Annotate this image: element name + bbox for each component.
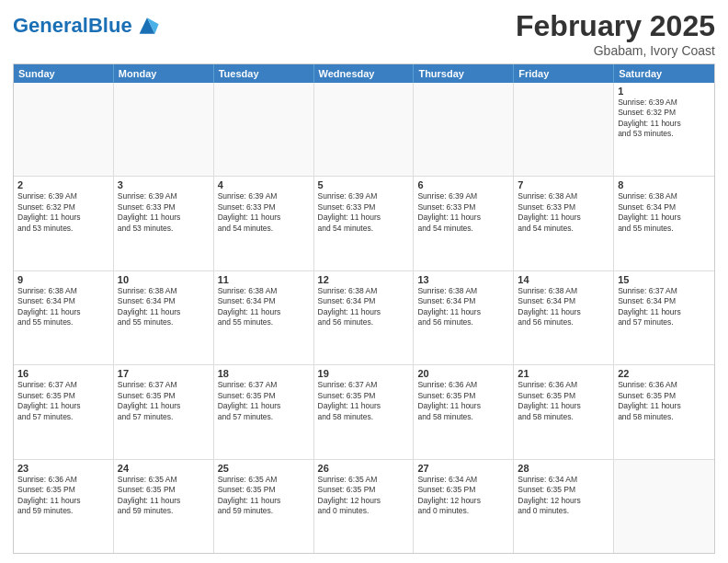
day-info: Sunrise: 6:38 AM Sunset: 6:34 PM Dayligh… bbox=[318, 286, 410, 328]
day-info: Sunrise: 6:35 AM Sunset: 6:35 PM Dayligh… bbox=[118, 475, 210, 517]
calendar-row: 9Sunrise: 6:38 AM Sunset: 6:34 PM Daylig… bbox=[14, 271, 714, 365]
calendar-cell bbox=[314, 83, 415, 176]
header-sunday: Sunday bbox=[14, 64, 114, 83]
day-number: 4 bbox=[218, 179, 310, 190]
day-info: Sunrise: 6:38 AM Sunset: 6:34 PM Dayligh… bbox=[218, 286, 310, 328]
day-number: 24 bbox=[118, 463, 210, 474]
header-thursday: Thursday bbox=[414, 64, 514, 83]
day-number: 16 bbox=[17, 368, 109, 379]
day-info: Sunrise: 6:36 AM Sunset: 6:35 PM Dayligh… bbox=[618, 380, 711, 422]
calendar-cell: 23Sunrise: 6:36 AM Sunset: 6:35 PM Dayli… bbox=[14, 460, 114, 553]
day-number: 19 bbox=[318, 368, 410, 379]
day-info: Sunrise: 6:38 AM Sunset: 6:34 PM Dayligh… bbox=[618, 191, 711, 234]
day-number: 2 bbox=[17, 179, 109, 190]
calendar-cell: 27Sunrise: 6:34 AM Sunset: 6:35 PM Dayli… bbox=[414, 460, 514, 553]
day-number: 6 bbox=[417, 179, 509, 190]
day-info: Sunrise: 6:37 AM Sunset: 6:35 PM Dayligh… bbox=[218, 380, 310, 422]
calendar-cell bbox=[414, 83, 514, 176]
day-info: Sunrise: 6:34 AM Sunset: 6:35 PM Dayligh… bbox=[518, 475, 609, 517]
calendar-cell: 7Sunrise: 6:38 AM Sunset: 6:33 PM Daylig… bbox=[514, 177, 614, 270]
calendar-cell: 21Sunrise: 6:36 AM Sunset: 6:35 PM Dayli… bbox=[514, 365, 614, 458]
day-info: Sunrise: 6:39 AM Sunset: 6:33 PM Dayligh… bbox=[118, 191, 210, 234]
calendar-cell: 3Sunrise: 6:39 AM Sunset: 6:33 PM Daylig… bbox=[114, 177, 214, 270]
calendar-cell bbox=[14, 83, 114, 176]
day-number: 14 bbox=[518, 274, 609, 285]
subtitle: Gbabam, Ivory Coast bbox=[516, 43, 715, 58]
calendar-row: 23Sunrise: 6:36 AM Sunset: 6:35 PM Dayli… bbox=[14, 460, 714, 553]
calendar-row: 1Sunrise: 6:39 AM Sunset: 6:32 PM Daylig… bbox=[14, 83, 714, 177]
day-number: 20 bbox=[417, 368, 509, 379]
calendar-cell: 10Sunrise: 6:38 AM Sunset: 6:34 PM Dayli… bbox=[114, 271, 214, 364]
main-title: February 2025 bbox=[516, 9, 715, 43]
day-number: 1 bbox=[618, 86, 711, 97]
calendar-cell: 12Sunrise: 6:38 AM Sunset: 6:34 PM Dayli… bbox=[314, 271, 415, 364]
day-info: Sunrise: 6:37 AM Sunset: 6:34 PM Dayligh… bbox=[618, 286, 711, 328]
day-number: 12 bbox=[318, 274, 410, 285]
title-block: February 2025 Gbabam, Ivory Coast bbox=[516, 9, 715, 58]
day-number: 11 bbox=[218, 274, 310, 285]
day-number: 22 bbox=[618, 368, 711, 379]
calendar-cell: 5Sunrise: 6:39 AM Sunset: 6:33 PM Daylig… bbox=[314, 177, 415, 270]
day-number: 15 bbox=[618, 274, 711, 285]
day-info: Sunrise: 6:34 AM Sunset: 6:35 PM Dayligh… bbox=[417, 475, 509, 517]
day-info: Sunrise: 6:38 AM Sunset: 6:34 PM Dayligh… bbox=[118, 286, 210, 328]
day-number: 17 bbox=[118, 368, 210, 379]
calendar-cell bbox=[514, 83, 614, 176]
logo-blue: Blue bbox=[88, 14, 132, 37]
calendar-body: 1Sunrise: 6:39 AM Sunset: 6:32 PM Daylig… bbox=[14, 83, 714, 553]
day-info: Sunrise: 6:39 AM Sunset: 6:32 PM Dayligh… bbox=[618, 98, 711, 140]
day-info: Sunrise: 6:35 AM Sunset: 6:35 PM Dayligh… bbox=[218, 475, 310, 517]
day-number: 18 bbox=[218, 368, 310, 379]
logo-text: GeneralBlue bbox=[13, 16, 132, 36]
header-monday: Monday bbox=[114, 64, 214, 83]
day-number: 23 bbox=[17, 463, 109, 474]
calendar-cell: 26Sunrise: 6:35 AM Sunset: 6:35 PM Dayli… bbox=[314, 460, 415, 553]
logo-general: General bbox=[13, 14, 88, 37]
day-number: 13 bbox=[417, 274, 509, 285]
header-tuesday: Tuesday bbox=[214, 64, 314, 83]
calendar-cell: 11Sunrise: 6:38 AM Sunset: 6:34 PM Dayli… bbox=[214, 271, 314, 364]
logo-icon bbox=[134, 13, 160, 39]
calendar-cell: 15Sunrise: 6:37 AM Sunset: 6:34 PM Dayli… bbox=[614, 271, 714, 364]
header-friday: Friday bbox=[514, 64, 614, 83]
day-number: 8 bbox=[618, 179, 711, 190]
calendar-cell: 25Sunrise: 6:35 AM Sunset: 6:35 PM Dayli… bbox=[214, 460, 314, 553]
day-info: Sunrise: 6:38 AM Sunset: 6:34 PM Dayligh… bbox=[17, 286, 109, 328]
day-number: 10 bbox=[118, 274, 210, 285]
day-number: 25 bbox=[218, 463, 310, 474]
day-number: 3 bbox=[118, 179, 210, 190]
day-info: Sunrise: 6:39 AM Sunset: 6:32 PM Dayligh… bbox=[17, 191, 109, 234]
calendar-cell: 9Sunrise: 6:38 AM Sunset: 6:34 PM Daylig… bbox=[14, 271, 114, 364]
day-info: Sunrise: 6:38 AM Sunset: 6:34 PM Dayligh… bbox=[417, 286, 509, 328]
calendar-cell: 24Sunrise: 6:35 AM Sunset: 6:35 PM Dayli… bbox=[114, 460, 214, 553]
day-info: Sunrise: 6:37 AM Sunset: 6:35 PM Dayligh… bbox=[318, 380, 410, 422]
day-info: Sunrise: 6:39 AM Sunset: 6:33 PM Dayligh… bbox=[318, 191, 410, 234]
calendar-row: 2Sunrise: 6:39 AM Sunset: 6:32 PM Daylig… bbox=[14, 177, 714, 270]
day-info: Sunrise: 6:37 AM Sunset: 6:35 PM Dayligh… bbox=[118, 380, 210, 422]
day-number: 27 bbox=[417, 463, 509, 474]
calendar-cell: 4Sunrise: 6:39 AM Sunset: 6:33 PM Daylig… bbox=[214, 177, 314, 270]
page: GeneralBlue February 2025 Gbabam, Ivory … bbox=[0, 0, 728, 563]
day-info: Sunrise: 6:36 AM Sunset: 6:35 PM Dayligh… bbox=[518, 380, 609, 422]
day-info: Sunrise: 6:38 AM Sunset: 6:33 PM Dayligh… bbox=[518, 191, 609, 234]
calendar-cell: 20Sunrise: 6:36 AM Sunset: 6:35 PM Dayli… bbox=[414, 365, 514, 458]
calendar-cell: 8Sunrise: 6:38 AM Sunset: 6:34 PM Daylig… bbox=[614, 177, 714, 270]
day-info: Sunrise: 6:36 AM Sunset: 6:35 PM Dayligh… bbox=[417, 380, 509, 422]
calendar-cell: 17Sunrise: 6:37 AM Sunset: 6:35 PM Dayli… bbox=[114, 365, 214, 458]
calendar-cell: 2Sunrise: 6:39 AM Sunset: 6:32 PM Daylig… bbox=[14, 177, 114, 270]
calendar-row: 16Sunrise: 6:37 AM Sunset: 6:35 PM Dayli… bbox=[14, 365, 714, 459]
day-info: Sunrise: 6:35 AM Sunset: 6:35 PM Dayligh… bbox=[318, 475, 410, 517]
calendar-cell: 13Sunrise: 6:38 AM Sunset: 6:34 PM Dayli… bbox=[414, 271, 514, 364]
header-wednesday: Wednesday bbox=[314, 64, 415, 83]
header: GeneralBlue February 2025 Gbabam, Ivory … bbox=[13, 9, 715, 58]
calendar-cell: 14Sunrise: 6:38 AM Sunset: 6:34 PM Dayli… bbox=[514, 271, 614, 364]
calendar-cell bbox=[214, 83, 314, 176]
calendar: Sunday Monday Tuesday Wednesday Thursday… bbox=[13, 63, 715, 554]
day-info: Sunrise: 6:39 AM Sunset: 6:33 PM Dayligh… bbox=[218, 191, 310, 234]
header-saturday: Saturday bbox=[614, 64, 714, 83]
calendar-cell: 16Sunrise: 6:37 AM Sunset: 6:35 PM Dayli… bbox=[14, 365, 114, 458]
calendar-cell: 18Sunrise: 6:37 AM Sunset: 6:35 PM Dayli… bbox=[214, 365, 314, 458]
logo: GeneralBlue bbox=[13, 13, 160, 39]
calendar-cell: 19Sunrise: 6:37 AM Sunset: 6:35 PM Dayli… bbox=[314, 365, 415, 458]
day-number: 26 bbox=[318, 463, 410, 474]
